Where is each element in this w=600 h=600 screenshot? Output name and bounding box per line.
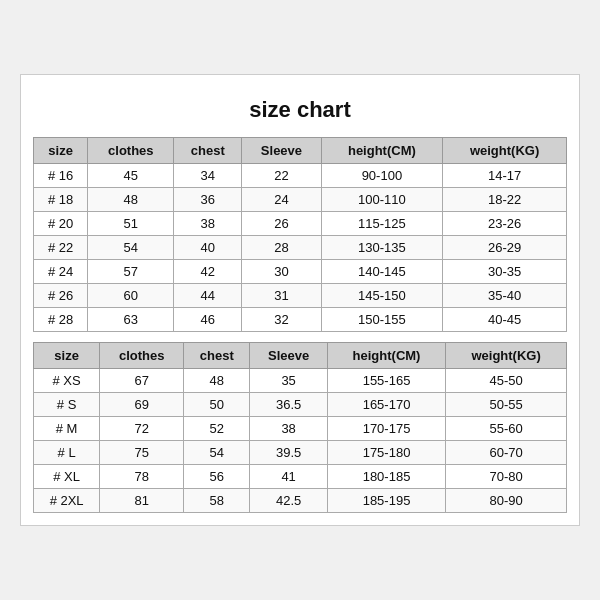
size-table-1: sizeclotheschestSleeveheight(CM)weight(K… — [33, 137, 567, 332]
table-cell: 23-26 — [443, 212, 567, 236]
table-cell: 35 — [250, 369, 327, 393]
table-cell: 36 — [174, 188, 242, 212]
table-cell: 100-110 — [321, 188, 443, 212]
table-cell: # M — [34, 417, 100, 441]
table-row: # 28634632150-15540-45 — [34, 308, 567, 332]
table2-header-cell: Sleeve — [250, 343, 327, 369]
table-cell: 57 — [88, 260, 174, 284]
table-row: # 22544028130-13526-29 — [34, 236, 567, 260]
table1-header-row: sizeclotheschestSleeveheight(CM)weight(K… — [34, 138, 567, 164]
table1-header-cell: chest — [174, 138, 242, 164]
table-cell: # 2XL — [34, 489, 100, 513]
table-cell: 54 — [184, 441, 250, 465]
table-row: # L755439.5175-18060-70 — [34, 441, 567, 465]
size-chart-container: size chart sizeclotheschestSleeveheight(… — [20, 74, 580, 526]
table1-header-cell: height(CM) — [321, 138, 443, 164]
table-cell: 30 — [242, 260, 321, 284]
table-cell: 50-55 — [446, 393, 567, 417]
table-cell: # 28 — [34, 308, 88, 332]
table-cell: 48 — [88, 188, 174, 212]
table-cell: 51 — [88, 212, 174, 236]
table-cell: 55-60 — [446, 417, 567, 441]
table-cell: 44 — [174, 284, 242, 308]
table-row: # 20513826115-12523-26 — [34, 212, 567, 236]
chart-title: size chart — [33, 87, 567, 137]
table-cell: 155-165 — [327, 369, 445, 393]
table-cell: # 20 — [34, 212, 88, 236]
size-table-2: sizeclotheschestSleeveheight(CM)weight(K… — [33, 342, 567, 513]
table-cell: 150-155 — [321, 308, 443, 332]
table-cell: # S — [34, 393, 100, 417]
table-cell: 40 — [174, 236, 242, 260]
table-cell: 60-70 — [446, 441, 567, 465]
table-cell: 145-150 — [321, 284, 443, 308]
table-cell: 78 — [100, 465, 184, 489]
table-cell: 31 — [242, 284, 321, 308]
table-cell: 45-50 — [446, 369, 567, 393]
table-cell: 35-40 — [443, 284, 567, 308]
table-cell: 56 — [184, 465, 250, 489]
table2-header-cell: clothes — [100, 343, 184, 369]
table-row: # XL785641180-18570-80 — [34, 465, 567, 489]
table-cell: 45 — [88, 164, 174, 188]
table-row: # 18483624100-11018-22 — [34, 188, 567, 212]
table-cell: 28 — [242, 236, 321, 260]
table-cell: 60 — [88, 284, 174, 308]
table-cell: 170-175 — [327, 417, 445, 441]
table1-header-cell: weight(KG) — [443, 138, 567, 164]
table-row: # 26604431145-15035-40 — [34, 284, 567, 308]
table-row: # 1645342290-10014-17 — [34, 164, 567, 188]
table-cell: 54 — [88, 236, 174, 260]
table-cell: 22 — [242, 164, 321, 188]
table-cell: # 18 — [34, 188, 88, 212]
table-cell: 115-125 — [321, 212, 443, 236]
table-cell: 38 — [174, 212, 242, 236]
table-cell: 72 — [100, 417, 184, 441]
table-cell: 42.5 — [250, 489, 327, 513]
table-row: # 2XL815842.5185-19580-90 — [34, 489, 567, 513]
table-cell: 46 — [174, 308, 242, 332]
table-row: # 24574230140-14530-35 — [34, 260, 567, 284]
table1-header-cell: size — [34, 138, 88, 164]
table-cell: 70-80 — [446, 465, 567, 489]
table-cell: 185-195 — [327, 489, 445, 513]
table-cell: 38 — [250, 417, 327, 441]
table-cell: 52 — [184, 417, 250, 441]
table-cell: 75 — [100, 441, 184, 465]
table-cell: 30-35 — [443, 260, 567, 284]
table-cell: 32 — [242, 308, 321, 332]
table-cell: 41 — [250, 465, 327, 489]
table-cell: 175-180 — [327, 441, 445, 465]
table-cell: # XL — [34, 465, 100, 489]
table-cell: 140-145 — [321, 260, 443, 284]
table-cell: 80-90 — [446, 489, 567, 513]
table-cell: 18-22 — [443, 188, 567, 212]
table-row: # M725238170-17555-60 — [34, 417, 567, 441]
table-row: # XS674835155-16545-50 — [34, 369, 567, 393]
table-cell: 42 — [174, 260, 242, 284]
table-cell: 81 — [100, 489, 184, 513]
table-cell: 40-45 — [443, 308, 567, 332]
table2-header-row: sizeclotheschestSleeveheight(CM)weight(K… — [34, 343, 567, 369]
table2-header-cell: weight(KG) — [446, 343, 567, 369]
table-cell: 26 — [242, 212, 321, 236]
table-cell: 39.5 — [250, 441, 327, 465]
table-row: # S695036.5165-17050-55 — [34, 393, 567, 417]
table-cell: 58 — [184, 489, 250, 513]
table-cell: # 16 — [34, 164, 88, 188]
table-cell: 69 — [100, 393, 184, 417]
table-cell: 67 — [100, 369, 184, 393]
table-cell: # 26 — [34, 284, 88, 308]
table1-header-cell: Sleeve — [242, 138, 321, 164]
table-cell: 50 — [184, 393, 250, 417]
table-cell: 34 — [174, 164, 242, 188]
table-cell: # XS — [34, 369, 100, 393]
table-cell: # 22 — [34, 236, 88, 260]
table-cell: 24 — [242, 188, 321, 212]
table-cell: 130-135 — [321, 236, 443, 260]
table1-header-cell: clothes — [88, 138, 174, 164]
table-cell: 26-29 — [443, 236, 567, 260]
table-cell: 165-170 — [327, 393, 445, 417]
table-cell: 36.5 — [250, 393, 327, 417]
table-cell: 14-17 — [443, 164, 567, 188]
